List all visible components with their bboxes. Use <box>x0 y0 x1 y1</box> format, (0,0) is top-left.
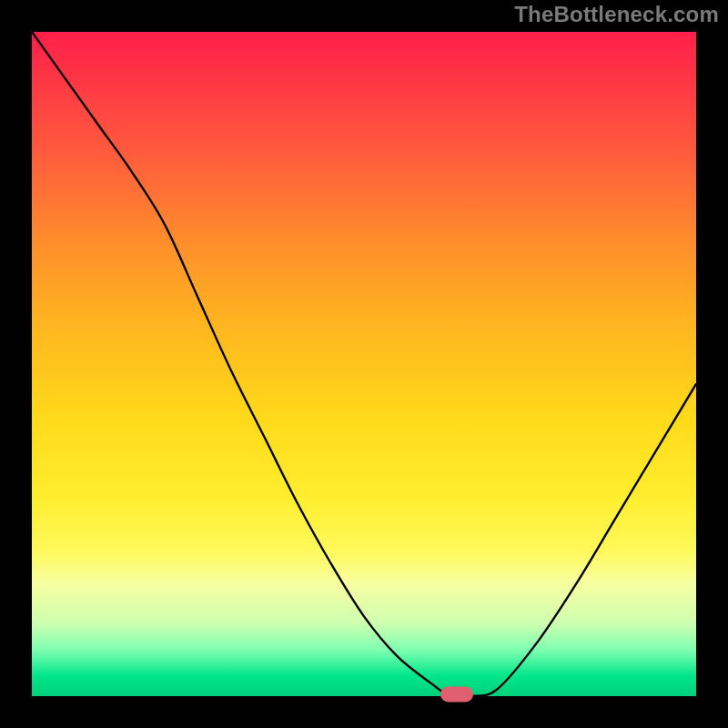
optimal-marker <box>440 687 473 703</box>
watermark-text: TheBottleneck.com <box>514 2 719 27</box>
chart-gradient-background <box>32 32 696 696</box>
